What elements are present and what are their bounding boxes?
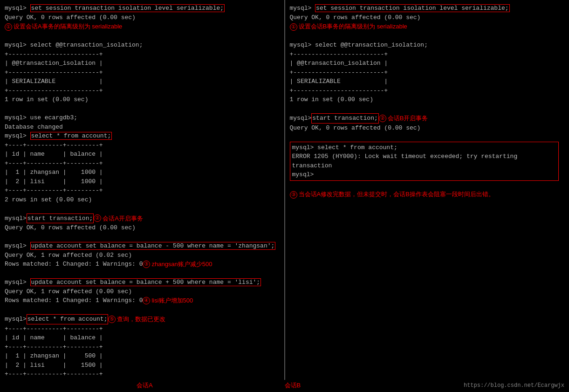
terminal-line: mysql> set session transaction isolation… <box>290 4 565 13</box>
terminal-line: | id | name | balance | <box>5 333 280 343</box>
terminal-line <box>290 32 565 41</box>
terminal-line: Rows matched: 1 Changed: 1 Warnings: 0 ④… <box>5 296 280 305</box>
terminal-line: mysql> select * from account; <box>5 131 280 141</box>
terminal-line: 1 row in set (0.00 sec) <box>290 95 565 104</box>
terminal-line <box>290 132 565 142</box>
terminal-line: | 2 | lisi | 1000 | <box>5 177 280 186</box>
terminal-line: +-------------------------+ <box>290 68 565 77</box>
terminal-line: | @@transaction_isolation | <box>290 59 565 68</box>
terminal-line <box>5 104 280 114</box>
terminal-line: | 1 | zhangsan | 1000 | <box>5 168 280 177</box>
right-panel: mysql> set session transaction isolation… <box>285 0 569 380</box>
terminal-line: mysql> use ecargdb3; <box>5 113 280 123</box>
footer: 会话A 会话B https://blog.csdn.net/Ecargwjx <box>0 380 569 392</box>
terminal-line: Query OK, 1 row affected (0.02 sec) <box>5 251 280 260</box>
terminal-line: | 1 | zhangsan | 500 | <box>5 351 280 361</box>
terminal-line: mysql> update account set balance = bala… <box>5 241 280 251</box>
terminal-line: Rows matched: 1 Changed: 1 Warnings: 0 ③… <box>5 260 280 269</box>
terminal-line: mysql> select @@transaction_isolation; <box>5 41 280 50</box>
terminal-line <box>5 32 280 41</box>
terminal-line: +----+----------+---------+ <box>5 186 280 195</box>
terminal-line: | SERIALIZABLE | <box>290 77 565 86</box>
terminal-line <box>5 269 280 278</box>
session-b-label: 会话B <box>285 381 301 390</box>
terminal-line: 2 rows in set (0.00 sec) <box>5 379 280 380</box>
terminal-line: Query OK, 0 rows affected (0.00 sec) <box>290 13 565 22</box>
terminal-line: Database changed <box>5 123 280 132</box>
session-a-label: 会话A <box>137 382 153 389</box>
terminal-line: +-------------------------+ <box>5 86 280 96</box>
terminal-line: mysql> set session transaction isolation… <box>5 4 280 13</box>
terminal-line: +----+----------+---------+ <box>5 370 280 379</box>
terminal-line: 1 row in set (0.00 sec) <box>5 95 280 104</box>
terminal-line: mysql> select @@transaction_isolation; <box>290 41 565 50</box>
terminal-line: +-------------------------+ <box>290 50 565 59</box>
terminal-line: Query OK, 0 rows affected (0.00 sec) <box>5 223 280 233</box>
terminal-line: +----+----------+---------+ <box>5 141 280 150</box>
terminal-line <box>5 305 280 315</box>
terminal-line: ①设置会话A事务的隔离级别为 serializable <box>5 22 280 32</box>
terminal-line: mysql> select * from account;ERROR 1205 … <box>290 142 559 181</box>
terminal-line: mysql> start transaction; ②会话B开启事务 <box>290 113 565 124</box>
terminal-line: | @@transaction_isolation | <box>5 59 280 68</box>
terminal-line: mysql> select * from account; ⑤查询，数据已更改 <box>5 314 280 324</box>
url-label: https://blog.csdn.net/Ecargwjx <box>464 382 564 389</box>
main-container: mysql> set session transaction isolation… <box>0 0 569 380</box>
terminal-line <box>290 104 565 114</box>
terminal-line: | SERIALIZABLE | <box>5 77 280 86</box>
terminal-line: +-------------------------+ <box>290 86 565 96</box>
terminal-line: +----+----------+---------+ <box>5 343 280 352</box>
terminal-line: Query OK, 0 rows affected (0.00 sec) <box>5 13 280 22</box>
terminal-line: mysql> start transaction; ②会话A开启事务 <box>5 213 280 224</box>
terminal-line: Query OK, 0 rows affected (0.00 sec) <box>290 124 565 133</box>
terminal-line: | 2 | lisi | 1500 | <box>5 361 280 370</box>
terminal-line <box>290 181 565 190</box>
terminal-line <box>5 233 280 242</box>
terminal-line: +----+----------+---------+ <box>5 159 280 168</box>
terminal-line: ①设置会话B事务的隔离级别为 serializable <box>290 22 565 32</box>
terminal-line <box>5 204 280 213</box>
terminal-line: +-------------------------+ <box>5 50 280 59</box>
terminal-line: | id | name | balance | <box>5 150 280 159</box>
left-panel: mysql> set session transaction isolation… <box>0 0 285 380</box>
terminal-line: mysql> update account set balance = bala… <box>5 278 280 287</box>
terminal-line: +-------------------------+ <box>5 68 280 77</box>
terminal-line: 2 rows in set (0.00 sec) <box>5 195 280 205</box>
terminal-line: +----+----------+---------+ <box>5 324 280 334</box>
terminal-line: Query OK, 1 row affected (0.00 sec) <box>5 287 280 296</box>
terminal-line: ③当会话A修改完数据，但未提交时，会话B操作表会阻塞一段时间后出错。 <box>290 190 565 199</box>
